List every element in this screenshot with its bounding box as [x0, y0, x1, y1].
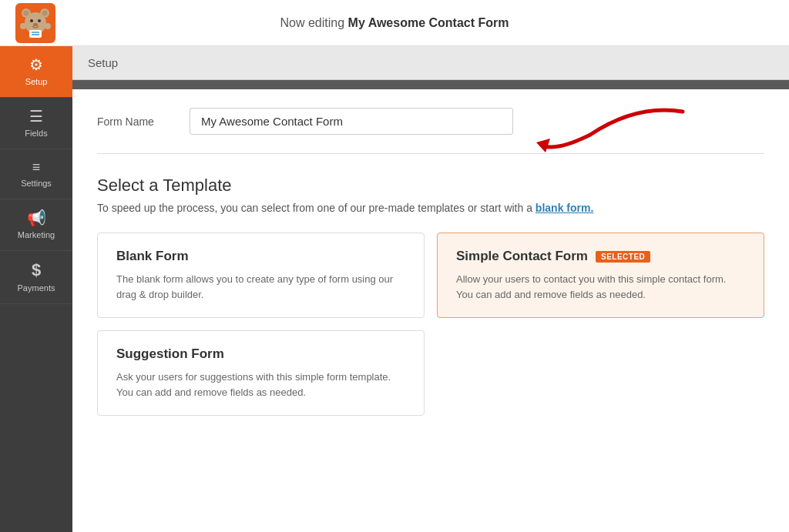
template-desc-blank: The blank form allows you to create any … [116, 272, 405, 302]
tab-bar: Setup [72, 46, 789, 80]
svg-point-8 [33, 23, 38, 26]
sidebar-item-settings[interactable]: ≡ Settings [0, 149, 72, 199]
sidebar-item-fields[interactable]: ☰ Fields [0, 98, 72, 149]
setup-icon: ⚙ [29, 57, 43, 72]
template-title-simple: Simple Contact Form [456, 249, 588, 264]
template-grid: Blank Form The blank form allows you to … [97, 233, 764, 416]
top-header: Now editing My Awesome Contact Form [0, 0, 789, 46]
select-template-section: Select a Template To speed up the proces… [97, 176, 764, 416]
logo-area [15, 3, 55, 43]
tab-setup-label: Setup [88, 56, 118, 69]
template-desc-suggestion: Ask your users for suggestions with this… [116, 370, 405, 400]
template-card-suggestion-header: Suggestion Form [116, 346, 405, 362]
header-form-name: My Awesome Contact Form [348, 16, 509, 29]
sidebar: ⚙ Setup ☰ Fields ≡ Settings 📢 Marketing … [0, 46, 72, 532]
template-card-suggestion[interactable]: Suggestion Form Ask your users for sugge… [97, 330, 425, 416]
dark-separator [72, 80, 789, 89]
content-area: Setup Form Name [72, 46, 789, 532]
app-wrapper: Now editing My Awesome Contact Form ⚙ Se… [0, 0, 789, 532]
form-name-label: Form Name [97, 115, 190, 128]
svg-point-6 [30, 19, 33, 22]
form-name-row: Form Name [97, 108, 764, 154]
editing-prefix: Now editing [280, 16, 348, 29]
template-card-simple-header: Simple Contact Form SELECTED [456, 249, 745, 264]
sidebar-item-setup[interactable]: ⚙ Setup [0, 46, 72, 98]
form-area: Form Name Select a Template [72, 89, 789, 532]
sidebar-label-settings: Settings [21, 179, 52, 188]
svg-point-4 [24, 10, 29, 15]
section-title: Select a Template [97, 176, 764, 196]
svg-marker-14 [536, 139, 550, 152]
header-title: Now editing My Awesome Contact Form [280, 16, 509, 30]
section-desc-prefix: To speed up the process, you can select … [97, 202, 536, 214]
sidebar-label-marketing: Marketing [18, 230, 55, 239]
selected-badge: SELECTED [596, 251, 650, 263]
settings-icon: ≡ [32, 160, 41, 174]
svg-rect-11 [29, 30, 42, 38]
marketing-icon: 📢 [27, 210, 46, 226]
form-name-input[interactable] [190, 108, 513, 135]
template-card-blank-header: Blank Form [116, 249, 405, 264]
blank-form-link[interactable]: blank form. [536, 202, 593, 214]
sidebar-item-payments[interactable]: $ Payments [0, 251, 72, 304]
template-title-suggestion: Suggestion Form [116, 346, 224, 362]
svg-point-10 [45, 23, 51, 29]
sidebar-item-marketing[interactable]: 📢 Marketing [0, 199, 72, 251]
section-desc: To speed up the process, you can select … [97, 202, 764, 214]
sidebar-label-setup: Setup [25, 77, 48, 86]
svg-point-9 [20, 23, 26, 29]
payments-icon: $ [32, 262, 41, 279]
template-card-simple-contact[interactable]: Simple Contact Form SELECTED Allow your … [437, 233, 764, 318]
logo-icon [15, 3, 55, 43]
main-body: ⚙ Setup ☰ Fields ≡ Settings 📢 Marketing … [0, 46, 789, 532]
arrow-annotation [529, 100, 698, 165]
svg-point-5 [42, 10, 48, 15]
svg-point-7 [38, 19, 41, 22]
sidebar-label-fields: Fields [25, 129, 47, 138]
sidebar-label-payments: Payments [18, 283, 55, 293]
template-card-blank[interactable]: Blank Form The blank form allows you to … [97, 233, 425, 318]
template-desc-simple: Allow your users to contact you with thi… [456, 272, 745, 302]
template-title-blank: Blank Form [116, 249, 189, 264]
fields-icon: ☰ [29, 109, 43, 124]
